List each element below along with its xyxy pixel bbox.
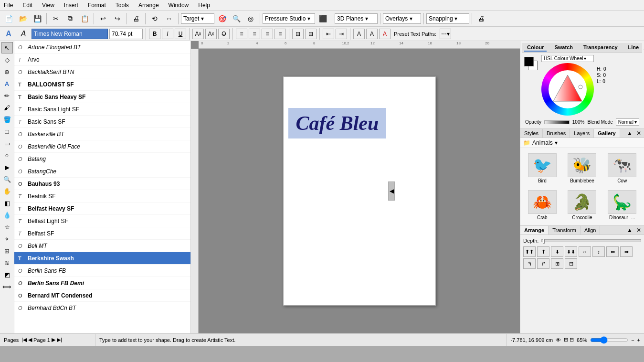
arrange-tab[interactable]: Arrange bbox=[520, 226, 549, 234]
circle-icon[interactable]: ◎ bbox=[244, 12, 257, 25]
new-button[interactable]: 📄 bbox=[2, 12, 15, 25]
print-button[interactable]: 🖨 bbox=[129, 12, 143, 25]
expand-tools[interactable]: ▶ bbox=[1, 161, 13, 173]
gallery-expand-btn[interactable]: ▲ bbox=[626, 130, 633, 137]
arrange-expand-btn[interactable]: ▲ bbox=[626, 227, 633, 234]
font-item-arvo[interactable]: TArvo bbox=[14, 53, 190, 66]
fg-bg-swatches[interactable] bbox=[524, 57, 538, 71]
last-page-btn[interactable]: ▶| bbox=[57, 337, 62, 343]
underline-button[interactable]: U bbox=[175, 29, 186, 39]
pointer-tool[interactable]: ↖ bbox=[1, 42, 13, 53]
layers-tab[interactable]: Layers bbox=[570, 129, 594, 138]
canvas-document[interactable]: Café Bleu ◀ bbox=[199, 49, 520, 333]
flip-h-btn[interactable]: ↔ bbox=[579, 246, 591, 257]
bullet-list-button[interactable]: ⊟ bbox=[292, 29, 304, 39]
distort-tool[interactable]: ≋ bbox=[1, 257, 13, 268]
font-item-belfast-sf[interactable]: TBelfast SF bbox=[14, 227, 190, 240]
menu-help[interactable]: Help bbox=[196, 1, 212, 10]
font-color-button[interactable]: A bbox=[379, 29, 391, 39]
next-page-btn[interactable]: ▶ bbox=[52, 337, 55, 343]
open-button[interactable]: 📂 bbox=[16, 12, 30, 25]
line-tab[interactable]: Line bbox=[625, 44, 642, 52]
zoom-icon[interactable]: 🔍 bbox=[230, 12, 243, 25]
font-item-balloonist-sf[interactable]: TBALLOONIST SF bbox=[14, 78, 190, 91]
print2-button[interactable]: 🖨 bbox=[475, 12, 488, 25]
copy-button[interactable]: ⧉ bbox=[63, 12, 77, 25]
menu-insert[interactable]: Insert bbox=[62, 1, 80, 10]
blend-mode-dropdown[interactable]: Normal ▾ bbox=[616, 118, 639, 126]
font-name-input[interactable]: Times New Roman bbox=[32, 29, 108, 39]
menu-file[interactable]: File bbox=[2, 1, 15, 10]
font-item-belfast-heavy-sf[interactable]: TBelfast Heavy SF bbox=[14, 202, 190, 215]
font-item-berlin-sans-fb[interactable]: OBerlin Sans FB bbox=[14, 265, 190, 277]
font-item-bernhard-bdcn-bt[interactable]: OBernhard BdCn BT bbox=[14, 302, 190, 314]
strikethrough-button[interactable]: O bbox=[218, 29, 230, 39]
first-page-btn[interactable]: |◀ bbox=[21, 337, 27, 343]
align-right-arr-btn[interactable]: ➡ bbox=[620, 246, 633, 257]
3dplanes-dropdown[interactable]: 3D Planes ▾ bbox=[335, 13, 378, 24]
snapping-dropdown[interactable]: Snapping ▾ bbox=[426, 13, 469, 24]
depth-slider[interactable] bbox=[541, 239, 641, 242]
bold-button[interactable]: B bbox=[149, 29, 160, 39]
zoom-in-btn[interactable]: + bbox=[637, 337, 640, 343]
group-btn[interactable]: ⊞ bbox=[551, 258, 563, 269]
font-item-berkshire-swash[interactable]: TBerkshire Swash bbox=[14, 252, 190, 265]
zoom-slider[interactable] bbox=[590, 338, 628, 342]
align-right-button[interactable]: ≡ bbox=[262, 29, 273, 39]
font-item-batangche[interactable]: OBatangChe bbox=[14, 165, 190, 178]
font-item-berlin-sans-fb-demi[interactable]: OBerlin Sans FB Demi bbox=[14, 277, 190, 289]
font-size-input[interactable]: 70.74 pt bbox=[109, 29, 143, 39]
font-item-basic-sans-heavy-sf[interactable]: TBasic Sans Heavy SF bbox=[14, 91, 190, 103]
gallery-category-dropdown[interactable]: Animals ▾ bbox=[532, 139, 558, 146]
font-list-scroll[interactable]: OArtone Elongated BTTArvoOBacktalkSerif … bbox=[14, 41, 190, 333]
rotate-button[interactable]: ↔ bbox=[162, 12, 176, 25]
bring-forward-btn[interactable]: ⬆ bbox=[537, 246, 549, 257]
flip-v-btn[interactable]: ↕ bbox=[592, 246, 605, 257]
text-tool[interactable]: A bbox=[1, 78, 13, 89]
target-dropdown[interactable]: Target ▾ bbox=[181, 13, 214, 24]
font-item-bauhaus-93[interactable]: OBauhaus 93 bbox=[14, 178, 190, 190]
redo-button[interactable]: ↪ bbox=[111, 12, 124, 25]
cut-button[interactable]: ✂ bbox=[49, 12, 63, 25]
align-left-button[interactable]: ≡ bbox=[236, 29, 247, 39]
gallery-item-crocodile[interactable]: 🐊Crocodile bbox=[563, 188, 602, 223]
font-item-baskerville-bt[interactable]: OBaskerville BT bbox=[14, 128, 190, 140]
subscript-button[interactable]: Ax bbox=[192, 29, 204, 39]
numbered-list-button[interactable]: ⊟ bbox=[305, 29, 317, 39]
hand-tool[interactable]: ✋ bbox=[1, 185, 13, 197]
font-item-basic-sans-sf[interactable]: TBasic Sans SF bbox=[14, 116, 190, 128]
font-size-a-button[interactable]: A bbox=[353, 29, 365, 39]
zoom-tool[interactable]: 🔍 bbox=[1, 173, 13, 185]
rectangle-tool[interactable]: ▭ bbox=[1, 138, 13, 149]
gallery-item-bumblebee[interactable]: 🐝Bumblebee bbox=[563, 151, 602, 186]
target-icon[interactable]: 🎯 bbox=[215, 12, 229, 25]
panel-expand-arrow[interactable]: ◀ bbox=[388, 181, 395, 201]
indent-decrease-button[interactable]: ⇤ bbox=[323, 29, 334, 39]
gallery-item-crab[interactable]: 🦀Crab bbox=[523, 188, 561, 223]
font-item-basic-sans-light-sf[interactable]: TBasic Sans Light SF bbox=[14, 103, 190, 116]
align-center-button[interactable]: ≡ bbox=[249, 29, 260, 39]
swatch-tab[interactable]: Swatch bbox=[551, 44, 576, 52]
menu-format[interactable]: Format bbox=[86, 1, 108, 10]
prev-page-btn[interactable]: ◀ bbox=[28, 337, 32, 343]
paint-bucket[interactable]: 🪣 bbox=[1, 114, 13, 125]
align-justify-button[interactable]: ≡ bbox=[274, 29, 286, 39]
gallery-close-btn[interactable]: ✕ bbox=[635, 130, 642, 137]
text-element[interactable]: Café Bleu bbox=[288, 108, 387, 138]
styles-tab[interactable]: Styles bbox=[520, 129, 543, 138]
menu-view[interactable]: View bbox=[40, 1, 56, 10]
font-size-a2-button[interactable]: A bbox=[366, 29, 378, 39]
gallery-item-bird[interactable]: 🐦Bird bbox=[523, 151, 561, 186]
brush-tool[interactable]: 🖌 bbox=[1, 102, 13, 113]
gallery-item-cow[interactable]: 🐄Cow bbox=[603, 151, 641, 186]
menu-edit[interactable]: Edit bbox=[21, 1, 34, 10]
overlays-dropdown[interactable]: Overlays ▾ bbox=[383, 13, 421, 24]
fg-swatch[interactable] bbox=[524, 57, 534, 66]
view-btn1[interactable]: ⊞ bbox=[564, 337, 568, 343]
transparency-tab[interactable]: Transparency bbox=[581, 44, 621, 52]
font-item-beatnik-sf[interactable]: TBeatnik SF bbox=[14, 190, 190, 202]
preset-dropdown[interactable]: ⋯▾ bbox=[440, 29, 451, 39]
undo-button[interactable]: ↩ bbox=[96, 12, 110, 25]
font-item-baskerville-old-face[interactable]: OBaskerville Old Face bbox=[14, 140, 190, 153]
symbol-tool[interactable]: ☆ bbox=[1, 221, 13, 233]
